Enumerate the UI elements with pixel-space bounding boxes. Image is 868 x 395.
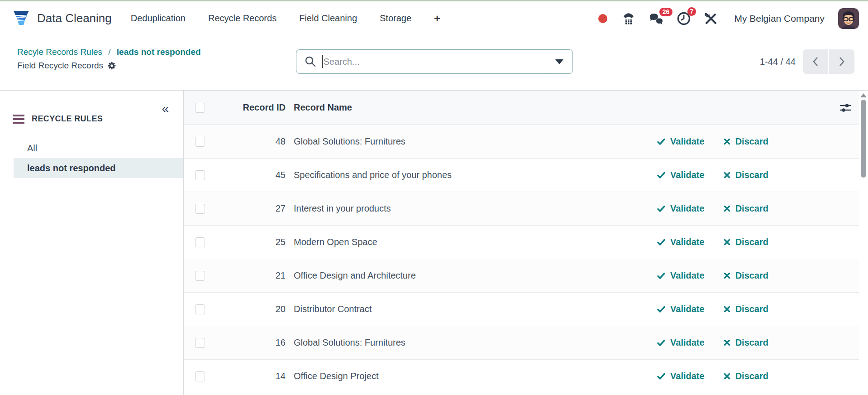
validate-button[interactable]: Validate bbox=[657, 136, 705, 147]
column-header-record-name[interactable]: Record Name bbox=[294, 102, 567, 113]
discard-button[interactable]: Discard bbox=[724, 136, 768, 147]
row-checkbox[interactable] bbox=[195, 371, 205, 381]
check-icon bbox=[657, 239, 665, 246]
row-checkbox[interactable] bbox=[195, 170, 205, 180]
validate-button[interactable]: Validate bbox=[657, 270, 705, 281]
hamburger-icon[interactable] bbox=[13, 115, 24, 124]
data-cleaning-app-icon[interactable] bbox=[13, 10, 30, 28]
table-row[interactable]: 45 Specifications and price of your phon… bbox=[184, 159, 868, 192]
record-id: 45 bbox=[205, 170, 286, 180]
discard-button[interactable]: Discard bbox=[724, 371, 768, 381]
navbar: Data Cleaning Deduplication Recycle Reco… bbox=[0, 1, 868, 35]
view-options-icon[interactable] bbox=[839, 102, 852, 113]
sidebar-item-all[interactable]: All bbox=[14, 138, 183, 158]
validate-button[interactable]: Validate bbox=[657, 371, 705, 381]
table-row[interactable]: 27 Interest in your products Validate Di… bbox=[184, 192, 868, 226]
chevron-down-icon bbox=[555, 59, 563, 64]
row-checkbox[interactable] bbox=[195, 338, 205, 348]
x-icon bbox=[724, 172, 730, 178]
app-name[interactable]: Data Cleaning bbox=[37, 11, 112, 25]
table-row[interactable]: 14 Office Design Project Validate Discar… bbox=[184, 360, 868, 393]
x-icon bbox=[724, 239, 730, 246]
record-name: Specifications and price of your phones bbox=[294, 170, 657, 180]
pager-previous-button[interactable] bbox=[803, 49, 828, 74]
breadcrumb-rules-link[interactable]: Recyle Records Rules bbox=[17, 47, 102, 57]
x-icon bbox=[724, 138, 730, 145]
scrollbar-thumb[interactable] bbox=[861, 100, 866, 178]
record-id: 14 bbox=[205, 371, 286, 381]
text-cursor bbox=[322, 55, 323, 68]
record-name: Global Solutions: Furnitures bbox=[294, 337, 657, 348]
table-row[interactable]: 20 Distributor Contract Validate Discard bbox=[184, 293, 868, 326]
discard-button[interactable]: Discard bbox=[724, 170, 768, 180]
menu-storage[interactable]: Storage bbox=[380, 13, 411, 24]
menu-deduplication[interactable]: Deduplication bbox=[131, 13, 186, 24]
search-options-toggle[interactable] bbox=[546, 50, 572, 73]
row-checkbox[interactable] bbox=[195, 204, 205, 214]
chevron-right-icon bbox=[838, 57, 845, 67]
sidebar-collapse-icon[interactable]: « bbox=[162, 102, 169, 115]
pager-next-button[interactable] bbox=[829, 49, 854, 74]
record-id: 21 bbox=[205, 270, 286, 281]
table-row[interactable]: 48 Global Solutions: Furnitures Validate… bbox=[184, 125, 868, 159]
gear-icon[interactable] bbox=[107, 61, 116, 70]
messages-icon[interactable]: 26 bbox=[649, 12, 663, 25]
tools-icon[interactable] bbox=[704, 12, 718, 25]
discard-button[interactable]: Discard bbox=[724, 237, 768, 247]
check-icon bbox=[657, 272, 665, 279]
validate-button[interactable]: Validate bbox=[657, 170, 705, 180]
search-bar: Search... bbox=[296, 49, 573, 74]
row-checkbox[interactable] bbox=[195, 271, 205, 281]
vertical-scrollbar[interactable] bbox=[859, 91, 868, 395]
validate-button[interactable]: Validate bbox=[657, 337, 705, 348]
record-name: Office Design Project bbox=[294, 371, 657, 381]
row-checkbox[interactable] bbox=[195, 137, 205, 147]
record-name: Interest in your products bbox=[294, 203, 657, 214]
x-icon bbox=[724, 306, 730, 313]
record-indicator-icon[interactable] bbox=[597, 13, 608, 24]
record-id: 16 bbox=[205, 337, 286, 348]
validate-button[interactable]: Validate bbox=[657, 237, 705, 247]
breadcrumb: Recyle Records Rules / leads not respond… bbox=[17, 45, 201, 72]
breadcrumb-current: leads not responded bbox=[117, 47, 201, 57]
sidebar: « RECYCLE RULES All leads not responded bbox=[0, 91, 183, 395]
table-row[interactable]: 16 Global Solutions: Furnitures Validate… bbox=[184, 326, 868, 360]
sidebar-item-leads-not-responded[interactable]: leads not responded bbox=[14, 158, 183, 178]
x-icon bbox=[724, 373, 730, 380]
record-id: 20 bbox=[205, 304, 286, 314]
record-id: 27 bbox=[205, 203, 286, 214]
discard-button[interactable]: Discard bbox=[724, 337, 768, 348]
control-panel: Recyle Records Rules / leads not respond… bbox=[0, 35, 868, 91]
x-icon bbox=[724, 205, 730, 212]
company-switcher[interactable]: My Belgian Company bbox=[734, 13, 825, 24]
row-checkbox[interactable] bbox=[195, 304, 205, 314]
validate-button[interactable]: Validate bbox=[657, 203, 705, 214]
validate-button[interactable]: Validate bbox=[657, 304, 705, 314]
table-row[interactable]: 25 Modern Open Space Validate Discard bbox=[184, 226, 868, 259]
check-icon bbox=[657, 205, 665, 212]
check-icon bbox=[657, 306, 665, 313]
pager: 1-44 / 44 bbox=[760, 49, 854, 74]
select-all-checkbox[interactable] bbox=[195, 103, 205, 113]
user-avatar[interactable] bbox=[838, 8, 859, 29]
sidebar-section-title: RECYCLE RULES bbox=[32, 114, 103, 124]
menu-field-cleaning[interactable]: Field Cleaning bbox=[299, 13, 357, 24]
x-icon bbox=[724, 339, 730, 346]
column-header-record-id[interactable]: Record ID bbox=[205, 102, 286, 113]
record-id: 25 bbox=[205, 237, 286, 247]
activities-clock-icon[interactable]: 7 bbox=[677, 12, 691, 25]
discard-button[interactable]: Discard bbox=[724, 203, 768, 214]
list-view: Record ID Record Name 48 Global Solution… bbox=[183, 91, 868, 395]
discard-button[interactable]: Discard bbox=[724, 304, 768, 314]
plus-icon[interactable]: + bbox=[434, 12, 440, 25]
check-icon bbox=[657, 138, 665, 145]
voip-phone-icon[interactable] bbox=[622, 12, 635, 25]
menu-recycle-records[interactable]: Recycle Records bbox=[208, 13, 277, 24]
table-row[interactable]: 21 Office Design and Architecture Valida… bbox=[184, 259, 868, 293]
scrollbar-up-arrow[interactable] bbox=[860, 93, 867, 97]
search-input[interactable]: Search... bbox=[324, 57, 546, 67]
row-checkbox[interactable] bbox=[195, 237, 205, 247]
discard-button[interactable]: Discard bbox=[724, 270, 768, 281]
search-icon bbox=[296, 56, 322, 67]
check-icon bbox=[657, 373, 665, 380]
